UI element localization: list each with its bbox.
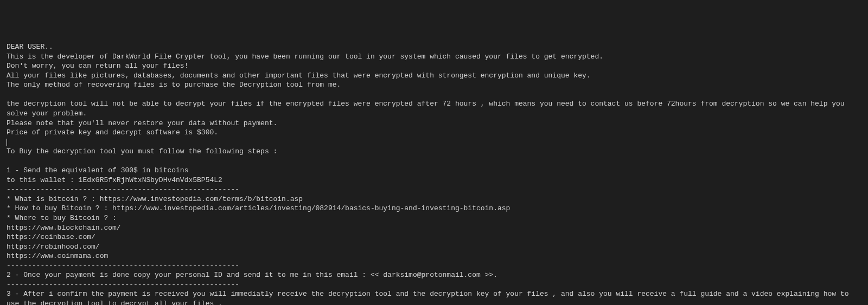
divider-3: ----------------------------------------… — [7, 281, 239, 289]
intro-text-3: All your files like pictures, databases,… — [7, 72, 591, 80]
divider-1: ----------------------------------------… — [7, 185, 239, 193]
warning-text-2: Please note that you'll never restore yo… — [7, 119, 277, 127]
text-cursor — [7, 139, 7, 146]
step2-text: 2 - Once your payment is done copy your … — [7, 271, 497, 279]
intro-text-4: The only method of recovering files is t… — [7, 81, 341, 89]
warning-text-1: the decryption tool will not be able to … — [7, 100, 848, 118]
intro-text-2: Don't worry, you can return all your fil… — [7, 62, 188, 70]
divider-2: ----------------------------------------… — [7, 262, 239, 270]
link-blockchain: https://www.blockchain.com/ — [7, 224, 121, 232]
bitcoin-info-3: * Where to buy Bitcoin ? : — [7, 214, 117, 222]
bitcoin-info-2: * How to buy Bitcoin ? : https://www.inv… — [7, 204, 510, 212]
intro-text-1: This is the developer of DarkWorld File … — [7, 53, 603, 61]
header-text: DEAR USER.. — [7, 43, 53, 51]
link-coinmama: https://www.coinmama.com — [7, 252, 108, 260]
link-coinbase: https://coinbase.com/ — [7, 233, 95, 241]
step1-text-1: 1 - Send the equivalent of 300$ in bitco… — [7, 166, 188, 174]
bitcoin-info-1: * What is bitcoin ? : https://www.invest… — [7, 195, 303, 203]
link-robinhood: https://robinhood.com/ — [7, 243, 100, 251]
ransom-note-container: DEAR USER.. This is the developer of Dar… — [7, 42, 861, 305]
steps-header-text: To Buy the decryption tool you must foll… — [7, 147, 277, 155]
price-text: Price of private key and decrypt softwar… — [7, 128, 218, 137]
step1-wallet-text: to this wallet : 1EdxGR5fxRjhWtxNSbyDHv4… — [7, 176, 222, 184]
step3-text: 3 - After i confirm the payment is recei… — [7, 290, 853, 305]
